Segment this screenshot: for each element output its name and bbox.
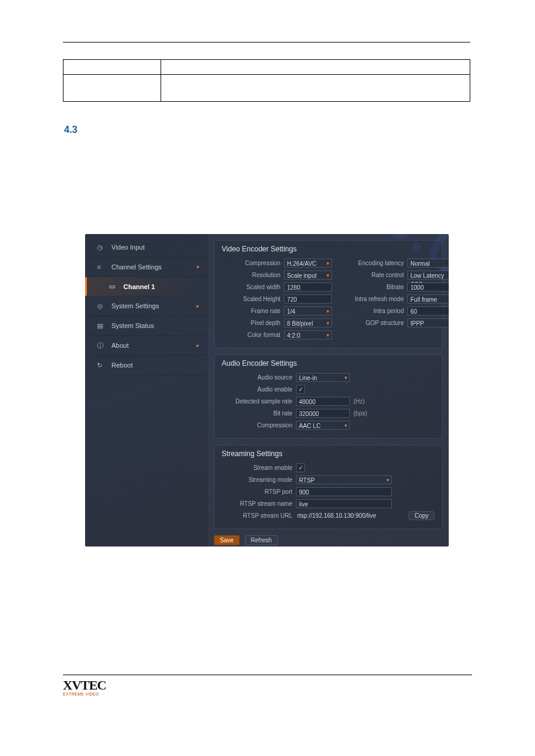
video-encoder-panel: Video Encoder Settings CompressionH.264/… <box>214 240 443 348</box>
sidebar-item-video-input[interactable]: ◷ Video Input <box>85 238 208 257</box>
logo-text: XVTEC <box>63 679 106 692</box>
sample-rate-input[interactable]: 48000 <box>296 397 350 406</box>
resolution-select[interactable]: Scale input <box>284 271 332 280</box>
sidebar-item-label: System Status <box>111 322 154 329</box>
audio-enable-label: Audio enable <box>220 386 296 393</box>
audio-source-label: Audio source <box>220 374 296 381</box>
resolution-label: Resolution <box>220 272 284 278</box>
refresh-button[interactable]: Refresh <box>245 535 278 545</box>
app-screenshot: manualshive.com ◷ Video Input ≡ Channel … <box>85 234 449 546</box>
bitrate-input[interactable]: 1000 <box>407 283 449 292</box>
gop-label: GOP structure <box>344 320 407 326</box>
pixel-depth-select[interactable]: 8 Bit/pixel <box>284 318 332 327</box>
chevron-right-icon: ▸ <box>197 303 200 309</box>
audio-compression-select[interactable]: AAC LC <box>296 421 350 430</box>
channel-icon: ▭ <box>109 283 117 290</box>
action-buttons: Save Refresh <box>214 535 443 545</box>
scaled-height-label: Scaled Height <box>220 296 284 302</box>
intra-refresh-label: Intra refresh mode <box>344 296 407 302</box>
rtsp-port-label: RTSP port <box>220 488 296 495</box>
sidebar-item-label: Video Input <box>111 244 144 251</box>
rate-control-select[interactable]: Low Latency CBR <box>407 271 449 280</box>
audio-encoder-panel: Audio Encoder Settings Audio sourceLine-… <box>214 354 443 439</box>
intra-period-label: Intra period <box>344 308 407 314</box>
color-format-select[interactable]: 4:2:0 <box>284 330 332 339</box>
audio-bitrate-label: Bit rate <box>220 410 296 417</box>
save-button[interactable]: Save <box>214 535 240 545</box>
info-icon: ⓘ <box>97 341 105 350</box>
sidebar-item-about[interactable]: ⓘ About ▸ <box>85 336 208 356</box>
sidebar-item-channel-1[interactable]: ▭ Channel 1 <box>85 277 208 296</box>
sidebar-item-label: Channel Settings <box>111 263 162 271</box>
rate-control-label: Rate control <box>344 272 407 278</box>
gop-select[interactable]: IPPP <box>407 318 449 327</box>
sample-rate-label: Detected sample rate <box>220 398 296 405</box>
frame-rate-label: Frame rate <box>220 308 284 314</box>
rtsp-port-input[interactable]: 900 <box>296 487 392 496</box>
intra-period-input[interactable]: 60 <box>407 306 449 315</box>
sidebar-item-label: Channel 1 <box>123 283 155 290</box>
sidebar-item-channel-settings[interactable]: ≡ Channel Settings ▾ <box>85 257 208 277</box>
rtsp-name-label: RTSP stream name <box>220 500 296 507</box>
streaming-mode-select[interactable]: RTSP <box>296 475 392 484</box>
scaled-width-label: Scaled width <box>220 284 284 290</box>
sidebar-item-system-status[interactable]: ▤ System Status <box>85 316 208 336</box>
chevron-down-icon: ▾ <box>197 264 200 270</box>
panel-title: Streaming Settings <box>222 450 436 458</box>
chevron-right-icon: ▸ <box>197 342 200 348</box>
sidebar-item-label: Reboot <box>111 362 132 369</box>
top-horizontal-rule <box>63 42 470 42</box>
sidebar-item-label: System Settings <box>111 302 159 309</box>
stream-enable-checkbox[interactable]: ✓ <box>296 463 305 472</box>
system-icon: ◎ <box>97 302 105 310</box>
encoding-latency-label: Encoding latency <box>344 260 407 266</box>
scaled-width-input[interactable]: 1280 <box>284 283 332 292</box>
audio-source-select[interactable]: Line-in <box>296 373 350 382</box>
content-area: Video Encoder Settings CompressionH.264/… <box>214 240 443 545</box>
stream-enable-label: Stream enable <box>220 464 296 471</box>
bitrate-label: Bitrate <box>344 284 407 290</box>
frame-rate-select[interactable]: 1/4 <box>284 306 332 315</box>
compression-select[interactable]: H.264/AVC <box>284 259 332 268</box>
pixel-depth-label: Pixel depth <box>220 320 284 326</box>
sidebar-item-reboot[interactable]: ↻ Reboot <box>85 356 208 375</box>
page-footer: XVTEC EXTREME VIDEO <box>63 675 472 696</box>
compression-label: Compression <box>220 260 284 266</box>
status-icon: ▤ <box>97 322 105 330</box>
logo-subtext: EXTREME VIDEO <box>63 692 106 696</box>
sidebar: ◷ Video Input ≡ Channel Settings ▾ ▭ Cha… <box>85 234 208 546</box>
intra-refresh-select[interactable]: Full frame <box>407 294 449 303</box>
audio-enable-checkbox[interactable]: ✓ <box>296 385 305 394</box>
panel-title: Video Encoder Settings <box>222 245 436 253</box>
copy-button[interactable]: Copy <box>409 511 434 520</box>
sidebar-item-label: About <box>111 342 129 349</box>
scaled-height-input[interactable]: 720 <box>284 294 332 303</box>
streaming-panel: Streaming Settings Stream enable✓ Stream… <box>214 445 443 529</box>
panel-title: Audio Encoder Settings <box>222 359 436 368</box>
sample-rate-unit: (Hz) <box>353 398 365 405</box>
audio-compression-label: Compression <box>220 422 296 429</box>
reboot-icon: ↻ <box>97 362 105 369</box>
empty-table <box>63 59 470 102</box>
sidebar-item-system-settings[interactable]: ◎ System Settings ▸ <box>85 296 208 316</box>
rtsp-url-value: rtsp://192.168.10.130:900/live <box>296 512 393 519</box>
settings-icon: ≡ <box>97 263 105 271</box>
rtsp-url-label: RTSP stream URL <box>220 512 296 519</box>
color-format-label: Color format <box>220 332 284 338</box>
rtsp-name-input[interactable]: live <box>296 499 392 508</box>
audio-bitrate-unit: (bps) <box>353 410 367 417</box>
dashboard-icon: ◷ <box>97 244 105 251</box>
encoding-latency-select[interactable]: Normal <box>407 259 449 268</box>
streaming-mode-label: Streaming mode <box>220 476 296 483</box>
audio-bitrate-input[interactable]: 320000 <box>296 409 350 418</box>
section-number: 4.3 <box>64 125 475 135</box>
